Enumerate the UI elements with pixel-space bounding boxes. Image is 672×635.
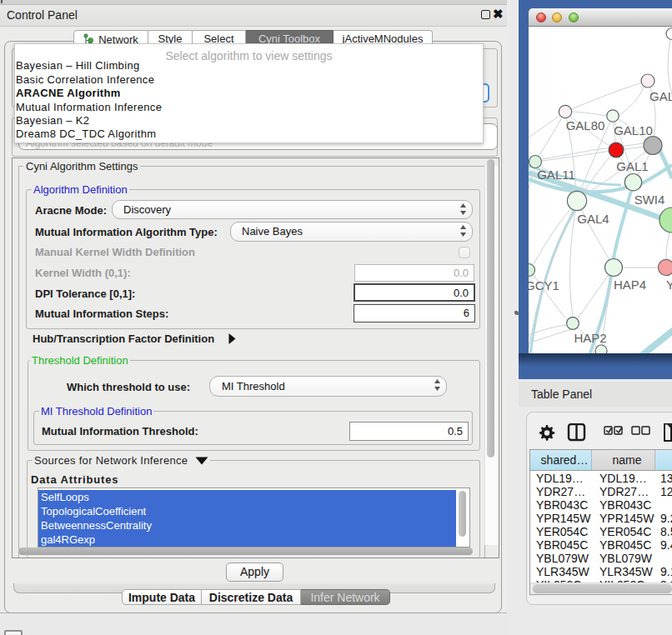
svg-text:HAP2: HAP2 [574, 331, 606, 345]
svg-text:GAL80: GAL80 [566, 118, 605, 132]
svg-text:HAP4: HAP4 [614, 278, 646, 292]
svg-text:GAL10: GAL10 [614, 123, 653, 138]
svg-text:GAL4: GAL4 [577, 212, 609, 226]
svg-text:YGL: YGL [666, 278, 672, 292]
svg-text:GAL11: GAL11 [537, 168, 575, 182]
svg-text:GCY1: GCY1 [529, 278, 559, 292]
svg-text:GAL1: GAL1 [616, 159, 648, 173]
svg-text:GAL7: GAL7 [649, 89, 672, 103]
svg-text:SWI4: SWI4 [634, 192, 665, 207]
